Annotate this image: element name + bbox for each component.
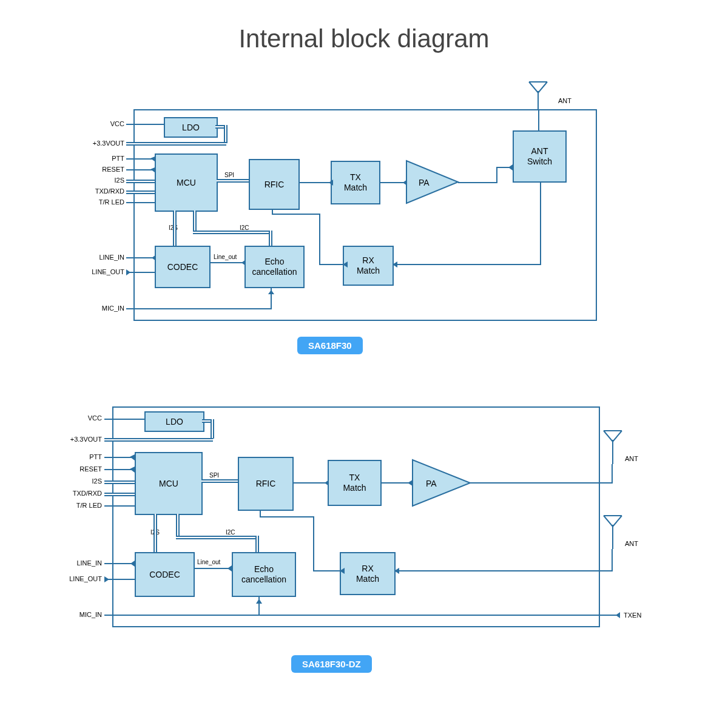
d1-pin-txdrxd: TXD/RXD <box>88 187 124 195</box>
d2-lbl-i2c: I2C <box>226 529 235 536</box>
d2-pin-linein: LINE_IN <box>67 559 102 567</box>
d1-pin-ptt: PTT <box>91 155 124 162</box>
d2-mcu: MCU <box>135 452 203 515</box>
d2-pin-micin: MIC_IN <box>67 611 102 618</box>
d1-pin-trled: T/R LED <box>91 198 124 206</box>
diagram2-container: LDO MCU RFIC TX Match CODEC Echo cancell… <box>67 394 643 655</box>
d1-lbl-lineout: Line_out <box>214 254 237 260</box>
d1-antswitch: ANT Switch <box>513 130 567 183</box>
d2-txmatch: TX Match <box>328 460 382 506</box>
d2-echo: Echo cancellation <box>232 552 296 597</box>
d2-pin-vcc: VCC <box>67 414 102 422</box>
d2-lbl-lineout: Line_out <box>197 559 220 565</box>
diagram1-container: LDO MCU RFIC TX Match ANT Switch CODEC E… <box>91 97 595 352</box>
d1-echo: Echo cancellation <box>244 246 305 288</box>
d1-pin-v33: +3.3VOUT <box>85 140 124 147</box>
d2-pin-txdrxd: TXD/RXD <box>64 490 102 497</box>
d1-pin-reset: RESET <box>91 166 124 173</box>
d1-pin-i2s: I2S <box>91 177 124 184</box>
d1-pin-linein: LINE_IN <box>91 254 124 261</box>
d2-ldo: LDO <box>144 411 204 432</box>
d2-pin-lineout: LINE_OUT <box>62 575 102 582</box>
d1-txmatch: TX Match <box>331 161 380 204</box>
d2-badge: SA618F30-DZ <box>291 655 372 673</box>
d2-codec: CODEC <box>135 552 195 597</box>
d2-rfic: RFIC <box>238 457 294 511</box>
d2-pin-ant2: ANT <box>625 540 649 547</box>
d2-pin-ptt: PTT <box>67 453 102 460</box>
d1-pin-vcc: VCC <box>91 120 124 127</box>
d2-antenna-rx-icon <box>604 516 628 552</box>
d1-badge: SA618F30 <box>297 337 363 354</box>
d1-rxmatch: RX Match <box>343 246 394 286</box>
d2-pin-i2s: I2S <box>67 477 102 485</box>
d1-mcu: MCU <box>155 153 218 212</box>
d2-lbl-spi: SPI <box>209 472 219 479</box>
d1-pin-micin: MIC_IN <box>91 305 124 312</box>
d2-pin-trled: T/R LED <box>67 502 102 509</box>
d2-pin-ant1: ANT <box>625 455 649 462</box>
d1-rfic: RFIC <box>249 159 300 210</box>
page-title: Internal block diagram <box>0 24 728 53</box>
d1-pin-ant: ANT <box>558 97 582 104</box>
d2-pin-txen: TXEN <box>624 612 651 619</box>
d1-ldo: LDO <box>164 117 218 138</box>
d1-lbl-spi: SPI <box>224 172 234 178</box>
d2-rxmatch: RX Match <box>340 552 396 595</box>
d2-pin-v33: +3.3VOUT <box>61 436 102 443</box>
d2-pin-reset: RESET <box>67 465 102 473</box>
d1-antenna-icon <box>529 82 553 112</box>
d2-antenna-tx-icon <box>604 431 628 467</box>
d1-codec: CODEC <box>155 246 211 288</box>
d1-pin-lineout: LINE_OUT <box>86 268 124 275</box>
